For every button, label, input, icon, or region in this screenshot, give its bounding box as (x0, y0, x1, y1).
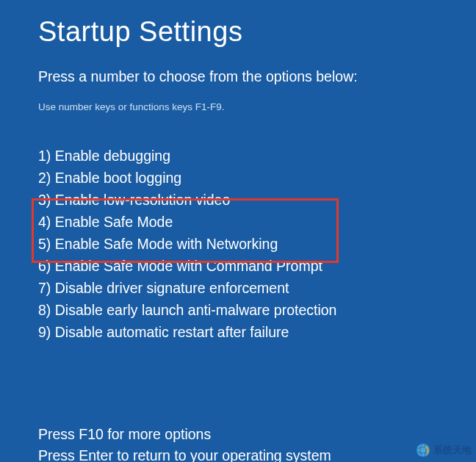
watermark: 系统天地 (416, 443, 472, 458)
globe-icon (416, 443, 430, 458)
watermark-text: 系统天地 (433, 444, 472, 457)
option-8[interactable]: 8) Disable early launch anti-malware pro… (38, 299, 476, 321)
option-6[interactable]: 6) Enable Safe Mode with Command Prompt (38, 255, 476, 277)
footer-return: Press Enter to return to your operating … (38, 445, 476, 462)
options-list: 1) Enable debugging 2) Enable boot loggi… (38, 145, 476, 343)
footer: Press F10 for more options Press Enter t… (38, 424, 476, 462)
option-5[interactable]: 5) Enable Safe Mode with Networking (38, 233, 476, 255)
option-2[interactable]: 2) Enable boot logging (38, 167, 476, 189)
option-3[interactable]: 3) Enable low-resolution video (38, 189, 476, 211)
option-9[interactable]: 9) Disable automatic restart after failu… (38, 321, 476, 343)
option-4[interactable]: 4) Enable Safe Mode (38, 211, 476, 233)
footer-more-options: Press F10 for more options (38, 424, 476, 445)
hint-text: Use number keys or functions keys F1-F9. (38, 101, 476, 112)
option-1[interactable]: 1) Enable debugging (38, 145, 476, 167)
option-7[interactable]: 7) Disable driver signature enforcement (38, 277, 476, 299)
instruction-text: Press a number to choose from the option… (38, 68, 476, 85)
page-title: Startup Settings (38, 16, 476, 48)
